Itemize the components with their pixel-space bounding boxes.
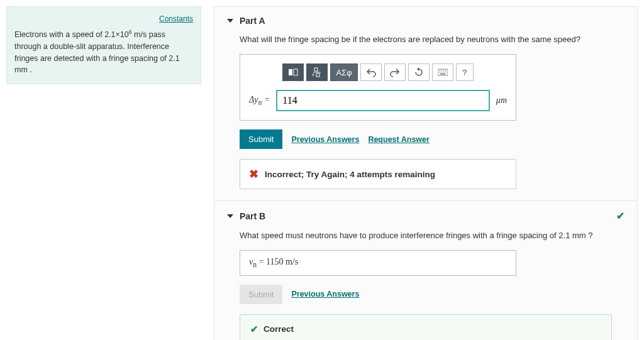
part-a-header[interactable]: Part A [227, 16, 625, 26]
svg-rect-4 [316, 74, 319, 77]
svg-rect-2 [314, 68, 318, 71]
check-icon: ✔ [616, 210, 625, 222]
symbols-button[interactable]: ΑΣφ [330, 63, 357, 81]
part-b-title: Part B [240, 211, 265, 221]
svg-text:x: x [312, 72, 314, 77]
answer-variable-label: Δyn = [249, 95, 270, 107]
part-a-question: What will the fringe spacing be if the e… [240, 35, 625, 44]
feedback-correct: ✔ Correct Significant Figures Feedback: … [240, 314, 612, 340]
caret-down-icon [227, 214, 233, 218]
x-icon: ✖ [249, 167, 258, 181]
previous-answers-link-b[interactable]: Previous Answers [291, 290, 359, 299]
submit-button-a[interactable]: Submit [240, 129, 282, 149]
answer-display-b: vn = 1150 m/s [240, 250, 516, 276]
undo-icon[interactable] [360, 63, 382, 81]
svg-point-8 [441, 70, 441, 71]
problem-statement-box: Constants Electrons with a speed of 2.1×… [6, 6, 201, 84]
answer-unit: μm [496, 96, 507, 106]
correct-title: Correct [264, 324, 294, 334]
part-b-header[interactable]: Part B [227, 211, 265, 221]
keyboard-icon[interactable] [432, 63, 453, 81]
redo-icon[interactable] [384, 63, 406, 81]
template-icon[interactable] [282, 63, 304, 81]
part-a: Part A What will the fringe spacing be i… [214, 7, 637, 200]
submit-button-b: Submit [240, 285, 282, 304]
feedback-text: Incorrect; Try Again; 4 attempts remaini… [265, 170, 435, 179]
constants-link[interactable]: Constants [14, 14, 193, 23]
answer-input[interactable] [276, 90, 490, 111]
request-answer-link[interactable]: Request Answer [368, 135, 429, 144]
svg-point-7 [439, 70, 440, 71]
svg-point-10 [445, 70, 446, 71]
help-icon[interactable]: ? [456, 63, 474, 81]
svg-rect-15 [440, 74, 445, 74]
answer-box-a: x ΑΣφ ? [240, 54, 516, 121]
previous-answers-link-a[interactable]: Previous Answers [291, 135, 359, 144]
feedback-incorrect: ✖ Incorrect; Try Again; 4 attempts remai… [240, 159, 516, 189]
problem-text: Electrons with a speed of 2.1×106 m/s pa… [14, 28, 193, 76]
reset-icon[interactable] [408, 63, 430, 81]
svg-point-9 [443, 70, 444, 71]
svg-point-11 [439, 72, 440, 72]
fraction-icon[interactable]: x [306, 63, 328, 81]
part-b-question: What speed must neutrons have to produce… [240, 231, 625, 240]
svg-point-13 [443, 72, 444, 72]
check-icon: ✔ [250, 324, 258, 335]
svg-point-14 [445, 72, 446, 72]
svg-rect-0 [289, 69, 292, 75]
part-b: Part B ✔ What speed must neutrons have t… [214, 201, 637, 340]
svg-rect-6 [438, 69, 448, 75]
equation-toolbar: x ΑΣφ ? [249, 63, 507, 81]
caret-down-icon [227, 19, 233, 23]
svg-point-12 [441, 72, 441, 72]
part-a-title: Part A [240, 16, 265, 26]
svg-rect-1 [294, 69, 297, 75]
